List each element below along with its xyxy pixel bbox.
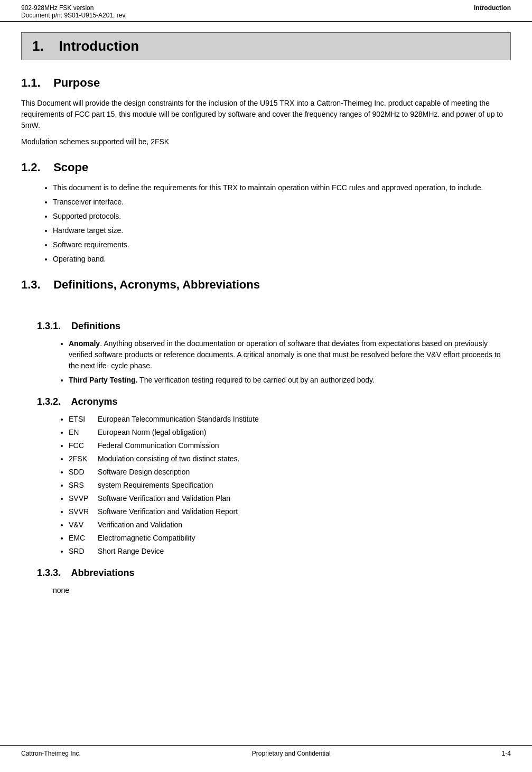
section-1-1-para1: This Document will provide the design co…: [21, 98, 511, 131]
list-item: SRDShort Range Device: [69, 546, 511, 557]
section-1-3-heading: 1.3. Definitions, Acronyms, Abbreviation…: [21, 278, 511, 292]
term-third-party: Third Party Testing.: [69, 376, 137, 384]
header-left: 902-928MHz FSK version Document p/n: 9S0…: [21, 4, 127, 19]
section-1-2-list: This document is to define the requireme…: [53, 182, 511, 265]
list-item: This document is to define the requireme…: [53, 182, 511, 193]
section-1-2-heading: 1.2. Scope: [21, 161, 511, 174]
section-1-3-1-list: Anomaly. Anything observed in the docume…: [69, 338, 511, 386]
section-1-3-2-heading: 1.3.2. Acronyms: [37, 396, 511, 407]
list-item: Supported protocols.: [53, 211, 511, 222]
section-1-3-3-heading: 1.3.3. Abbreviations: [37, 568, 511, 579]
list-item: SVVRSoftware Verification and Validation…: [69, 506, 511, 517]
list-item: Transceiver interface.: [53, 197, 511, 208]
page: 902-928MHz FSK version Document p/n: 9S0…: [0, 0, 532, 772]
main-section-title: 1. Introduction: [32, 38, 500, 54]
footer-page-number: 1-4: [502, 750, 511, 757]
list-item: ENEuropean Norm (legal obligation): [69, 427, 511, 438]
list-item: FCCFederal Communication Commission: [69, 440, 511, 451]
list-item: SDDSoftware Design description: [69, 467, 511, 478]
header-doc-version: 902-928MHz FSK version: [21, 4, 127, 12]
main-content: 1. Introduction 1.1. Purpose This Docume…: [0, 22, 532, 633]
list-item: Anomaly. Anything observed in the docume…: [69, 338, 511, 371]
list-item: Software requirements.: [53, 239, 511, 250]
list-item: Operating band.: [53, 254, 511, 265]
page-header: 902-928MHz FSK version Document p/n: 9S0…: [0, 0, 532, 22]
abbreviations-text: none: [53, 585, 511, 596]
term-anomaly: Anomaly: [69, 339, 100, 348]
list-item: EMCElectromagnetic Compatibility: [69, 533, 511, 544]
list-item: ETSIEuropean Telecommunication Standards…: [69, 414, 511, 425]
section-1-1-heading: 1.1. Purpose: [21, 76, 511, 90]
list-item: Hardware target size.: [53, 225, 511, 236]
section-1-1-para2: Modulation schemes supported will be, 2F…: [21, 136, 511, 147]
header-section-name: Introduction: [474, 4, 511, 19]
section-title-box: 1. Introduction: [21, 32, 511, 60]
page-footer: Cattron-Theimeg Inc. Proprietary and Con…: [0, 745, 532, 761]
footer-company: Cattron-Theimeg Inc.: [21, 750, 81, 757]
header-doc-number: Document p/n: 9S01-U915-A201, rev.: [21, 12, 127, 19]
list-item: 2FSKModulation consisting of two distinc…: [69, 453, 511, 464]
acronym-list: ETSIEuropean Telecommunication Standards…: [69, 414, 511, 557]
list-item: Third Party Testing. The verification te…: [69, 375, 511, 386]
list-item: V&VVerification and Validation: [69, 519, 511, 531]
list-item: SRSsystem Requirements Specification: [69, 480, 511, 491]
list-item: SVVPSoftware Verification and Validation…: [69, 493, 511, 504]
section-1-3-1-heading: 1.3.1. Definitions: [37, 321, 511, 332]
footer-confidential: Proprietary and Confidential: [252, 750, 331, 757]
